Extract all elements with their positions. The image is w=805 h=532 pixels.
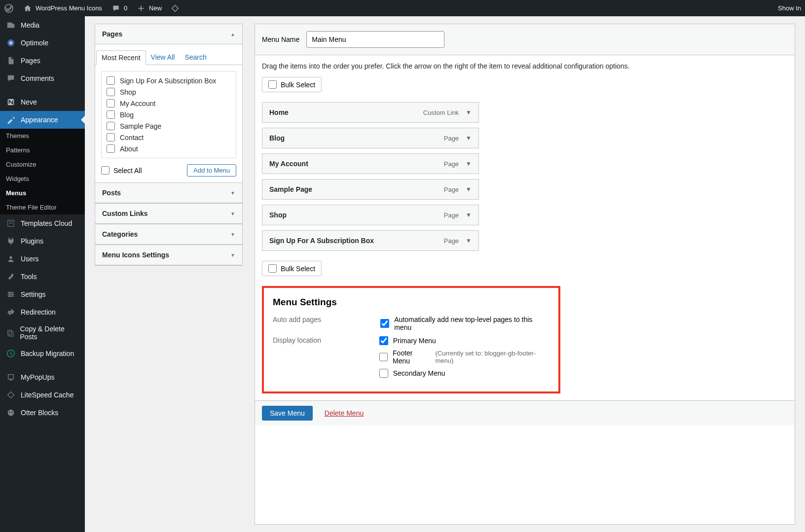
sidebar-item-users[interactable]: Users <box>0 250 85 268</box>
page-checkbox-item[interactable]: About <box>107 144 231 153</box>
checkbox[interactable] <box>107 88 115 96</box>
comments-count: 0 <box>124 4 127 12</box>
plugins-icon <box>6 236 16 246</box>
checkbox[interactable] <box>268 264 277 273</box>
sidebar-item-neve[interactable]: Neve <box>0 93 85 111</box>
chevron-down-icon[interactable]: ▼ <box>466 237 472 244</box>
location-checkbox-footer[interactable]: Footer Menu (Currently set to: blogger-g… <box>379 349 549 365</box>
pages-icon <box>6 56 16 66</box>
admin-topbar: WordPress Menu Icons 0 New Show In <box>0 0 805 16</box>
tab-view-all[interactable]: View All <box>146 50 180 65</box>
menu-item-row[interactable]: Blog Page▼ <box>262 128 479 148</box>
menu-item-row[interactable]: Home Custom Link▼ <box>262 102 479 123</box>
checkbox[interactable] <box>379 369 388 378</box>
sidebar-subitem-theme-editor[interactable]: Theme File Editor <box>0 200 85 214</box>
chevron-down-icon[interactable]: ▼ <box>466 186 472 193</box>
sidebar-subitem-widgets[interactable]: Widgets <box>0 172 85 186</box>
caret-down-icon: ▼ <box>230 211 235 216</box>
sidebar-subitem-themes[interactable]: Themes <box>0 129 85 143</box>
location-checkbox-secondary[interactable]: Secondary Menu <box>379 369 549 378</box>
page-checkbox-item[interactable]: Contact <box>107 133 231 142</box>
menu-item-row[interactable]: My Account Page▼ <box>262 153 479 174</box>
caret-down-icon: ▼ <box>230 232 235 237</box>
menu-item-row[interactable]: Shop Page▼ <box>262 205 479 225</box>
new-label: New <box>149 4 162 12</box>
checkbox[interactable] <box>107 76 115 85</box>
sidebar-item-label: Backup Migration <box>21 350 74 357</box>
delete-menu-link[interactable]: Delete Menu <box>325 409 364 417</box>
site-link[interactable]: WordPress Menu Icons <box>23 3 102 13</box>
checkbox[interactable] <box>107 122 115 130</box>
sidebar-item-label: Otter Blocks <box>21 409 58 417</box>
menu-name-input[interactable] <box>306 31 444 48</box>
sidebar-item-appearance[interactable]: Appearance <box>0 111 85 129</box>
menu-item-row[interactable]: Sign Up For A Subscription Box Page▼ <box>262 230 479 251</box>
diamond-icon[interactable] <box>171 4 180 13</box>
page-checkbox-item[interactable]: Sample Page <box>107 122 231 130</box>
page-checkbox-item[interactable]: Sign Up For A Subscription Box <box>107 76 231 85</box>
show-in-link[interactable]: Show In <box>778 4 801 12</box>
page-checkbox-item[interactable]: My Account <box>107 99 231 107</box>
svg-rect-16 <box>8 392 14 398</box>
svg-point-6 <box>9 256 12 259</box>
wp-logo-icon[interactable] <box>4 3 14 13</box>
new-link[interactable]: New <box>136 3 162 13</box>
comments-link[interactable]: 0 <box>111 3 127 13</box>
checkbox[interactable] <box>379 353 388 361</box>
sidebar-item-label: Users <box>21 255 39 263</box>
menu-icons-metabox-header[interactable]: Menu Icons Settings ▼ <box>95 245 242 265</box>
checkbox[interactable] <box>380 319 389 328</box>
pages-metabox-title: Pages <box>102 30 122 38</box>
checkbox[interactable] <box>107 133 115 142</box>
sidebar-item-settings[interactable]: Settings <box>0 285 85 303</box>
sidebar-subitem-menus[interactable]: Menus <box>0 186 85 200</box>
svg-point-12 <box>9 295 11 297</box>
sidebar-subitem-customize[interactable]: Customize <box>0 157 85 172</box>
checkbox[interactable] <box>107 110 115 119</box>
checkbox[interactable] <box>268 80 277 89</box>
sidebar-subitem-patterns[interactable]: Patterns <box>0 143 85 157</box>
location-checkbox-primary[interactable]: Primary Menu <box>379 336 549 345</box>
sidebar-item-label: Redirection <box>21 308 56 316</box>
sidebar-item-comments[interactable]: Comments <box>0 70 85 87</box>
categories-metabox-header[interactable]: Categories ▼ <box>95 224 242 245</box>
posts-metabox-header[interactable]: Posts ▼ <box>95 183 242 203</box>
checkbox[interactable] <box>107 99 115 107</box>
auto-add-checkbox[interactable]: Automatically add new top-level pages to… <box>380 316 549 331</box>
sidebar-item-templates[interactable]: Templates Cloud <box>0 214 85 232</box>
save-menu-button[interactable]: Save Menu <box>262 406 313 421</box>
tab-search[interactable]: Search <box>180 50 211 65</box>
sidebar-item-tools[interactable]: Tools <box>0 268 85 285</box>
checkbox[interactable] <box>107 144 115 153</box>
bulk-select-button-bottom[interactable]: Bulk Select <box>262 261 322 276</box>
custom-links-metabox-header[interactable]: Custom Links ▼ <box>95 204 242 224</box>
sidebar-item-otter[interactable]: Otter Blocks <box>0 404 85 422</box>
chevron-down-icon[interactable]: ▼ <box>466 109 472 116</box>
add-to-menu-button[interactable]: Add to Menu <box>187 164 236 177</box>
sidebar-item-optimole[interactable]: Optimole <box>0 34 85 52</box>
chevron-down-icon[interactable]: ▼ <box>466 212 472 218</box>
select-all-checkbox[interactable]: Select All <box>101 166 142 175</box>
sidebar-item-litespeed[interactable]: LiteSpeed Cache <box>0 386 85 404</box>
categories-title: Categories <box>102 230 138 238</box>
chevron-down-icon[interactable]: ▼ <box>466 160 472 167</box>
sidebar-item-pages[interactable]: Pages <box>0 52 85 70</box>
bulk-select-button-top[interactable]: Bulk Select <box>262 77 322 92</box>
page-checkbox-item[interactable]: Blog <box>107 110 231 119</box>
sidebar-item-mypopups[interactable]: MyPopUps <box>0 368 85 386</box>
page-checkbox-item[interactable]: Shop <box>107 88 231 96</box>
chevron-down-icon[interactable]: ▼ <box>466 135 472 142</box>
tab-most-recent[interactable]: Most Recent <box>96 50 146 65</box>
svg-point-19 <box>11 412 13 413</box>
sidebar-item-copy-delete[interactable]: Copy & Delete Posts <box>0 321 85 345</box>
menu-item-row[interactable]: Sample Page Page▼ <box>262 179 479 200</box>
sidebar-item-plugins[interactable]: Plugins <box>0 232 85 250</box>
caret-down-icon: ▼ <box>230 190 235 196</box>
checkbox[interactable] <box>379 336 388 345</box>
pages-metabox-header[interactable]: Pages ▲ <box>95 24 242 44</box>
sidebar-item-backup[interactable]: Backup Migration <box>0 345 85 362</box>
sidebar-item-media[interactable]: Media <box>0 16 85 34</box>
sidebar-item-redirection[interactable]: Redirection <box>0 303 85 321</box>
menu-icons-title: Menu Icons Settings <box>102 251 169 259</box>
checkbox[interactable] <box>101 166 110 175</box>
